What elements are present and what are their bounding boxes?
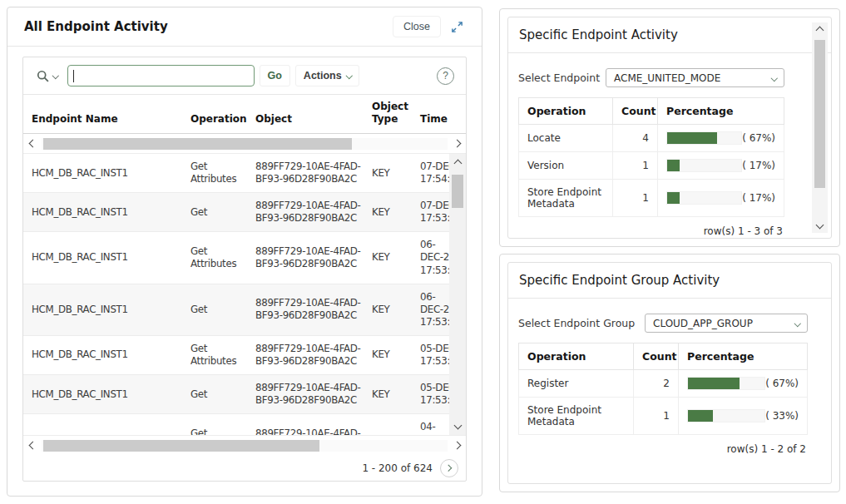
- cell-operation[interactable]: Get: [182, 297, 247, 323]
- column-header-object[interactable]: Object: [247, 108, 364, 133]
- select-endpoint-label: Select Endpoint: [518, 72, 600, 84]
- scroll-left-icon[interactable]: [23, 141, 42, 146]
- horizontal-scrollbar-top: [23, 134, 466, 154]
- scroll-up-icon[interactable]: [453, 160, 462, 168]
- table-row: Store Endpoint Metadata 1 ( 33%): [519, 398, 808, 435]
- cell-operation: Locate: [519, 125, 613, 152]
- column-header-count: Count: [613, 98, 658, 125]
- table-row[interactable]: HCM_DB_RAC_INST1 Get 889FF729-10AE-4FAD-…: [23, 375, 466, 414]
- scrollbar-thumb[interactable]: [43, 138, 352, 150]
- cell-object[interactable]: 889FF729-10AE-4FAD- BF93-96D28F90BA2C: [247, 336, 364, 374]
- cell-endpoint-name[interactable]: HCM_DB_RAC_INST1: [23, 297, 182, 323]
- table-row[interactable]: HCM_DB_RAC_INST1 Get Attributes 889FF729…: [23, 414, 466, 435]
- percentage-label: ( 67%): [765, 378, 799, 389]
- cell-endpoint-name[interactable]: HCM_DB_RAC_INST1: [23, 427, 182, 435]
- endpoint-group-select[interactable]: CLOUD_APP_GROUP: [645, 314, 808, 333]
- scrollbar-track[interactable]: [42, 440, 448, 452]
- page-title: All Endpoint Activity: [24, 19, 168, 34]
- cell-operation: Register: [519, 370, 634, 398]
- cell-object[interactable]: 889FF729-10AE-4FAD- BF93-96D28F90BA2C: [247, 239, 364, 277]
- cell-operation[interactable]: Get: [182, 200, 247, 225]
- scroll-left-icon[interactable]: [23, 442, 42, 448]
- search-input-wrapper[interactable]: [67, 65, 255, 86]
- percentage-bar: [667, 132, 717, 144]
- scroll-down-icon[interactable]: [816, 221, 824, 230]
- scrollbar-track[interactable]: [42, 138, 448, 150]
- table-row[interactable]: HCM_DB_RAC_INST1 Get 889FF729-10AE-4FAD-…: [23, 284, 466, 336]
- next-page-button[interactable]: [440, 459, 458, 477]
- all-endpoint-activity-panel: All Endpoint Activity Close: [7, 7, 482, 497]
- scrollbar-thumb[interactable]: [43, 440, 319, 452]
- actions-menu-button[interactable]: Actions: [295, 65, 359, 86]
- cell-object-type[interactable]: KEY: [364, 427, 412, 435]
- cell-endpoint-name[interactable]: HCM_DB_RAC_INST1: [23, 161, 182, 186]
- header-clipper: Endpoint Name Operation Object Object Ty…: [23, 95, 466, 134]
- cell-endpoint-name[interactable]: HCM_DB_RAC_INST1: [23, 382, 182, 408]
- cell-operation[interactable]: Get Attributes: [182, 239, 247, 277]
- percentage-label: ( 33%): [765, 410, 799, 422]
- panel-header: Specific Endpoint Activity: [508, 17, 831, 53]
- specific-endpoint-group-activity-outer: Specific Endpoint Group Activity Select …: [499, 254, 840, 492]
- cell-object[interactable]: 889FF729-10AE-4FAD- BF93-96D28F90BA2C: [247, 421, 364, 435]
- cell-endpoint-name[interactable]: HCM_DB_RAC_INST1: [23, 200, 182, 225]
- grid-rows-viewport: HCM_DB_RAC_INST1 Get Attributes 889FF729…: [23, 154, 466, 435]
- help-icon[interactable]: ?: [437, 67, 454, 85]
- chevron-down-icon: [794, 320, 800, 327]
- specific-endpoint-activity-outer: Specific Endpoint Activity Select Endpoi…: [499, 8, 840, 247]
- column-header-endpoint-name[interactable]: Endpoint Name: [23, 108, 182, 133]
- search-column-selector[interactable]: [32, 66, 62, 86]
- interactive-grid-region: Go Actions ? Endpoint Name Operation Obj…: [22, 57, 467, 482]
- close-button[interactable]: Close: [393, 16, 441, 37]
- cell-operation[interactable]: Get Attributes: [182, 154, 247, 192]
- chevron-down-icon: [346, 72, 353, 79]
- cell-endpoint-name[interactable]: HCM_DB_RAC_INST1: [23, 245, 182, 270]
- scroll-right-icon[interactable]: [448, 141, 466, 146]
- column-header-operation[interactable]: Operation: [182, 108, 247, 133]
- percentage-label: ( 67%): [742, 132, 775, 144]
- cell-endpoint-name[interactable]: HCM_DB_RAC_INST1: [23, 342, 182, 368]
- chevron-down-icon: [770, 75, 777, 82]
- column-header-percentage: Percentage: [658, 98, 784, 125]
- cell-object-type[interactable]: KEY: [364, 342, 412, 368]
- cell-object-type[interactable]: KEY: [364, 161, 412, 186]
- selected-endpoint-value: ACME_UNITED_MODE: [614, 72, 720, 84]
- cell-object-type[interactable]: KEY: [364, 382, 412, 408]
- table-row[interactable]: HCM_DB_RAC_INST1 Get Attributes 889FF729…: [23, 154, 466, 193]
- cell-object-type[interactable]: KEY: [364, 245, 412, 270]
- cell-object[interactable]: 889FF729-10AE-4FAD- BF93-96D28F90BA2C: [247, 193, 364, 231]
- search-input[interactable]: [74, 66, 254, 86]
- scrollbar-thumb[interactable]: [452, 175, 463, 208]
- table-row: Version 1 ( 17%): [519, 152, 784, 180]
- column-header-time[interactable]: Time: [412, 108, 466, 133]
- cell-operation[interactable]: Get Attributes: [182, 421, 247, 435]
- endpoint-select[interactable]: ACME_UNITED_MODE: [606, 68, 784, 87]
- table-row[interactable]: HCM_DB_RAC_INST1 Get Attributes 889FF729…: [23, 232, 466, 284]
- table-row[interactable]: HCM_DB_RAC_INST1 Get 889FF729-10AE-4FAD-…: [23, 193, 466, 232]
- cell-count: 1: [634, 398, 679, 435]
- panel-title: Specific Endpoint Activity: [519, 27, 678, 42]
- scroll-up-icon[interactable]: [816, 27, 824, 35]
- percentage-bar: [667, 160, 680, 171]
- scrollbar-thumb[interactable]: [814, 40, 825, 188]
- cell-operation[interactable]: Get: [182, 382, 247, 408]
- go-button[interactable]: Go: [260, 65, 290, 86]
- scroll-down-icon[interactable]: [453, 422, 462, 430]
- cell-operation[interactable]: Get Attributes: [182, 336, 247, 374]
- column-header-operation: Operation: [519, 343, 634, 370]
- grid-toolbar: Go Actions ?: [23, 57, 466, 95]
- maximize-icon[interactable]: [448, 17, 467, 37]
- cell-object-type[interactable]: KEY: [364, 200, 412, 225]
- column-header-object-type[interactable]: Object Type: [364, 96, 412, 133]
- cell-object-type[interactable]: KEY: [364, 297, 412, 323]
- cell-object[interactable]: 889FF729-10AE-4FAD- BF93-96D28F90BA2C: [247, 290, 364, 329]
- horizontal-scrollbar-bottom: [23, 435, 466, 455]
- percentage-bar-track: [666, 159, 742, 172]
- cell-count: 1: [613, 152, 658, 180]
- table-row[interactable]: HCM_DB_RAC_INST1 Get Attributes 889FF729…: [23, 336, 466, 375]
- specific-endpoint-group-activity-panel: Specific Endpoint Group Activity Select …: [507, 262, 832, 484]
- table-header-row: Operation Count Percentage: [519, 343, 808, 370]
- cell-object[interactable]: 889FF729-10AE-4FAD- BF93-96D28F90BA2C: [247, 154, 364, 192]
- scroll-right-icon[interactable]: [448, 442, 466, 448]
- cell-object[interactable]: 889FF729-10AE-4FAD- BF93-96D28F90BA2C: [247, 375, 364, 413]
- selected-endpoint-group-value: CLOUD_APP_GROUP: [653, 318, 753, 329]
